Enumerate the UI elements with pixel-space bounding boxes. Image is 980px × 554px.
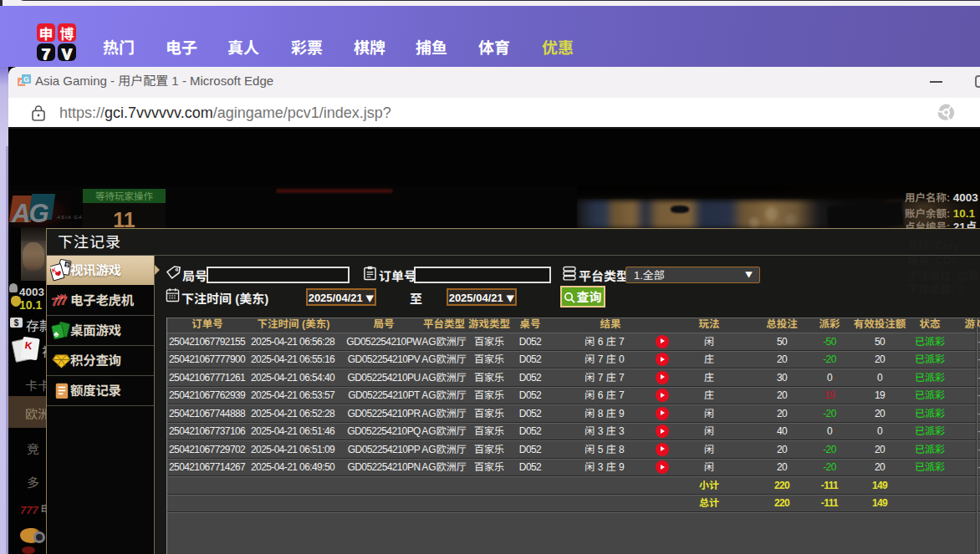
svg-text:♣: ♣: [54, 329, 59, 338]
